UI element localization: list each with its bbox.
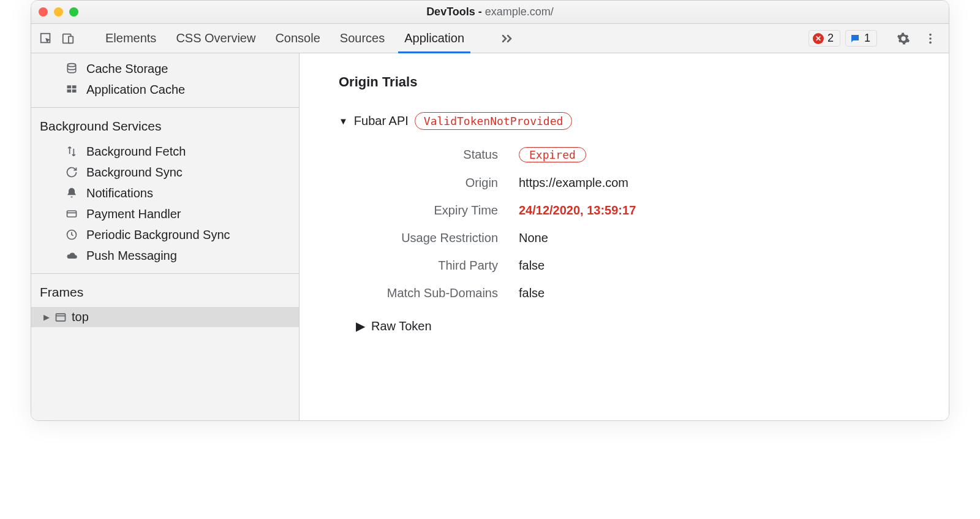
sidebar-item-label: Background Sync: [86, 165, 183, 180]
kv-value-thirdparty: false: [519, 259, 937, 273]
panel-body: Cache Storage Application Cache Backgrou…: [31, 53, 949, 420]
close-dot[interactable]: [39, 7, 48, 17]
page-title: Origin Trials: [339, 74, 937, 90]
tab-console[interactable]: Console: [274, 24, 321, 53]
svg-point-4: [929, 37, 932, 40]
kv-value-usage: None: [519, 231, 937, 245]
sidebar-item-notifications[interactable]: Notifications: [31, 183, 299, 203]
kebab-icon[interactable]: [919, 28, 941, 50]
kv-label-thirdparty: Third Party: [339, 259, 498, 273]
sidebar-item-label: Background Fetch: [86, 145, 186, 159]
sidebar-item-label: Application Cache: [86, 83, 185, 97]
status-badge: Expired: [519, 147, 586, 162]
tab-label: Sources: [340, 31, 385, 45]
trial-header[interactable]: ▼ Fubar API ValidTokenNotProvided: [339, 112, 937, 130]
kv-value-expiry: 24/12/2020, 13:59:17: [519, 203, 937, 218]
trial-details: Status Expired Origin https://example.co…: [339, 147, 937, 300]
tabbar: Elements CSS Overview Console Sources Ap…: [31, 24, 949, 53]
sidebar-item-label: Notifications: [86, 186, 153, 200]
tab-label: Console: [275, 31, 320, 45]
sidebar-item-label: Push Messaging: [86, 249, 177, 263]
origin-trials-panel: Origin Trials ▼ Fubar API ValidTokenNotP…: [300, 53, 949, 420]
kv-value-subdomains: false: [519, 286, 937, 300]
bell-icon: [64, 187, 79, 199]
tab-label: Elements: [105, 31, 156, 45]
inspect-element-icon[interactable]: [35, 28, 57, 50]
gear-icon[interactable]: [892, 28, 914, 50]
window-title: DevTools - example.com/: [31, 6, 949, 18]
frame-icon: [55, 311, 67, 324]
error-icon: ✕: [813, 33, 824, 44]
kv-value-status: Expired: [519, 147, 937, 162]
kv-label-expiry: Expiry Time: [339, 203, 498, 218]
raw-token-toggle[interactable]: ▶ Raw Token: [356, 319, 937, 333]
tab-application[interactable]: Application: [403, 24, 466, 53]
divider: [31, 107, 299, 108]
clock-icon: [64, 229, 79, 241]
issues-count: 1: [864, 32, 870, 45]
grid-icon: [64, 83, 79, 96]
svg-rect-9: [67, 89, 72, 93]
sidebar-item-label: Payment Handler: [86, 207, 181, 221]
traffic-lights: [39, 7, 78, 17]
errors-badge[interactable]: ✕ 2: [809, 30, 840, 47]
issue-icon: [850, 33, 861, 44]
sidebar-section-title-frames: Frames: [31, 279, 299, 307]
cloud-icon: [64, 249, 79, 262]
database-icon: [64, 63, 79, 75]
minimize-dot[interactable]: [54, 7, 63, 17]
trial-badge: ValidTokenNotProvided: [415, 112, 573, 130]
tabs: Elements CSS Overview Console Sources Ap…: [104, 24, 809, 53]
svg-rect-7: [67, 85, 72, 88]
tab-label: CSS Overview: [176, 31, 255, 45]
sidebar-item-payment-handler[interactable]: Payment Handler: [31, 203, 299, 224]
sidebar-item-cache-storage[interactable]: Cache Storage: [31, 58, 299, 79]
swap-icon: [64, 145, 79, 157]
kv-label-usage: Usage Restriction: [339, 231, 498, 245]
chevron-down-icon: ▼: [339, 116, 348, 126]
titlebar: DevTools - example.com/: [31, 1, 949, 24]
frame-label: top: [72, 310, 89, 324]
sidebar-section-title: Background Services: [31, 113, 299, 141]
tab-label: Application: [404, 31, 464, 45]
tab-elements[interactable]: Elements: [104, 24, 157, 53]
title-url: example.com/: [485, 6, 554, 18]
devtools-window: DevTools - example.com/: [31, 0, 949, 421]
device-toggle-icon[interactable]: [57, 28, 79, 50]
sidebar-item-background-sync[interactable]: Background Sync: [31, 162, 299, 183]
kv-value-origin: https://example.com: [519, 176, 937, 190]
kv-label-subdomains: Match Sub-Domains: [339, 286, 498, 300]
sidebar-item-periodic-sync[interactable]: Periodic Background Sync: [31, 224, 299, 245]
kv-label-status: Status: [339, 148, 498, 162]
svg-rect-8: [72, 85, 77, 88]
sidebar-item-label: Cache Storage: [86, 62, 168, 76]
issues-badge[interactable]: 1: [845, 30, 877, 47]
tab-css-overview[interactable]: CSS Overview: [175, 24, 257, 53]
sidebar-item-frame-top[interactable]: ▶ top: [31, 307, 299, 327]
svg-rect-13: [56, 314, 66, 321]
title-app: DevTools: [426, 6, 475, 18]
sidebar-item-push-messaging[interactable]: Push Messaging: [31, 245, 299, 266]
tabs-overflow[interactable]: [500, 24, 514, 53]
zoom-dot[interactable]: [69, 7, 78, 17]
chevron-right-icon: ▶: [356, 319, 365, 333]
svg-rect-10: [72, 89, 77, 93]
svg-rect-11: [67, 211, 77, 217]
sidebar-item-application-cache[interactable]: Application Cache: [31, 79, 299, 100]
svg-point-6: [67, 64, 75, 67]
sidebar-item-background-fetch[interactable]: Background Fetch: [31, 141, 299, 162]
svg-rect-2: [69, 36, 73, 43]
svg-point-3: [929, 33, 932, 36]
sync-icon: [64, 166, 79, 178]
sidebar-item-label: Periodic Background Sync: [86, 228, 230, 242]
raw-token-label: Raw Token: [371, 319, 432, 333]
errors-count: 2: [827, 32, 834, 45]
card-icon: [64, 208, 79, 220]
kv-label-origin: Origin: [339, 176, 498, 190]
title-separator: -: [475, 6, 485, 18]
trial-name: Fubar API: [354, 114, 409, 128]
svg-point-5: [929, 41, 932, 44]
svg-rect-0: [41, 33, 50, 42]
chevron-right-icon: ▶: [43, 313, 50, 322]
tab-sources[interactable]: Sources: [339, 24, 386, 53]
